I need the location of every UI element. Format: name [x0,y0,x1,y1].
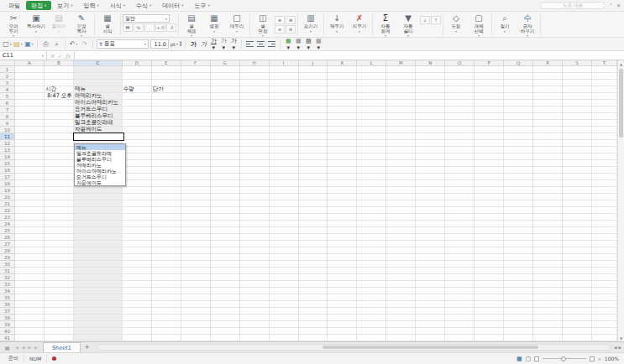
cell-B13[interactable] [45,147,74,153]
cell-D37[interactable] [123,308,152,315]
cell-E40[interactable] [152,328,181,335]
cell-Q11[interactable] [504,133,533,140]
cell-M8[interactable] [386,113,416,120]
cell-G15[interactable] [211,160,240,167]
chevron-down-icon[interactable]: ▾ [42,54,44,58]
cell-B21[interactable] [45,200,74,207]
cell-S2[interactable] [563,73,592,80]
cell-N41[interactable] [416,335,445,341]
cell-A23[interactable] [15,214,45,221]
cell-M38[interactable] [386,315,416,321]
cell-H13[interactable] [240,147,270,153]
cell-N30[interactable] [416,261,445,268]
cell-M16[interactable] [386,167,416,174]
cell-I5[interactable] [270,93,299,100]
cell-G8[interactable] [211,113,240,120]
cell-I3[interactable] [270,80,299,86]
cell-K5[interactable] [328,93,357,100]
cell-L34[interactable] [357,288,386,294]
cell-A16[interactable] [15,167,45,174]
cell-T15[interactable] [592,160,617,167]
row-header-12[interactable]: 12 [0,140,15,147]
font-color-button[interactable]: 가▾ [229,39,238,49]
cell-H35[interactable] [240,294,270,301]
cell-C21[interactable] [74,200,123,207]
next-sheet-icon[interactable]: ▶ [26,346,32,350]
column-header-I[interactable]: I [270,60,299,66]
row-header-3[interactable]: 3 [0,80,15,86]
cell-O5[interactable] [445,93,475,100]
cell-P20[interactable] [475,194,504,200]
cell-O27[interactable] [445,241,475,247]
cell-N35[interactable] [416,294,445,301]
cell-D2[interactable] [123,73,152,80]
cell-E13[interactable] [152,147,181,153]
cell-C20[interactable] [74,194,123,200]
cell-P10[interactable] [475,127,504,133]
row-header-10[interactable]: 10 [0,127,15,133]
cell-J21[interactable] [299,200,328,207]
cell-C9[interactable]: 밀크초콜릿라떼 [74,120,123,127]
cell-E36[interactable] [152,301,181,308]
cell-A32[interactable] [15,274,45,281]
cell-N39[interactable] [416,321,445,328]
cell-I6[interactable] [270,100,299,107]
cell-L20[interactable] [357,194,386,200]
cell-A6[interactable] [15,100,45,107]
cell-R23[interactable] [533,214,563,221]
cell-H28[interactable] [240,247,270,254]
cell-K27[interactable] [328,241,357,247]
cell-D27[interactable] [123,241,152,247]
cell-S30[interactable] [563,261,592,268]
cell-T2[interactable] [592,73,617,80]
cell-G1[interactable] [211,66,240,73]
cell-G23[interactable] [211,214,240,221]
row-header-31[interactable]: 31 [0,268,15,274]
cell-C6[interactable]: 아이스아메리카노 [74,100,123,107]
cell-O8[interactable] [445,113,475,120]
cell-Q29[interactable] [504,254,533,261]
cell-N32[interactable] [416,274,445,281]
cell-R1[interactable] [533,66,563,73]
cell-S38[interactable] [563,315,592,321]
cell-I20[interactable] [270,194,299,200]
cell-R16[interactable] [533,167,563,174]
cell-B27[interactable] [45,241,74,247]
cell-L21[interactable] [357,200,386,207]
cell-S40[interactable] [563,328,592,335]
cell-M7[interactable] [386,107,416,113]
row-header-21[interactable]: 21 [0,200,15,207]
open-file-button[interactable]: ▤▾ [13,39,23,49]
cell-F16[interactable] [181,167,211,174]
cell-F19[interactable] [181,187,211,194]
cell-H39[interactable] [240,321,270,328]
cell-N28[interactable] [416,247,445,254]
cell-R3[interactable] [533,80,563,86]
cell-B35[interactable] [45,294,74,301]
cell-P40[interactable] [475,328,504,335]
cell-O20[interactable] [445,194,475,200]
cell-D21[interactable] [123,200,152,207]
cell-G11[interactable] [211,133,240,140]
cell-M32[interactable] [386,274,416,281]
cell-S34[interactable] [563,288,592,294]
row-header-18[interactable]: 18 [0,180,15,187]
cell-M18[interactable] [386,180,416,187]
cell-E20[interactable] [152,194,181,200]
cell-D23[interactable] [123,214,152,221]
cell-J40[interactable] [299,328,328,335]
cell-O15[interactable] [445,160,475,167]
cell-B14[interactable] [45,153,74,160]
cell-N3[interactable] [416,80,445,86]
cell-K18[interactable] [328,180,357,187]
cell-N40[interactable] [416,328,445,335]
cell-S5[interactable] [563,93,592,100]
cell-T16[interactable] [592,167,617,174]
cell-P32[interactable] [475,274,504,281]
cell-F15[interactable] [181,160,211,167]
cell-A36[interactable] [15,301,45,308]
cell-D39[interactable] [123,321,152,328]
cell-O6[interactable] [445,100,475,107]
cell-P31[interactable] [475,268,504,274]
cell-M29[interactable] [386,254,416,261]
